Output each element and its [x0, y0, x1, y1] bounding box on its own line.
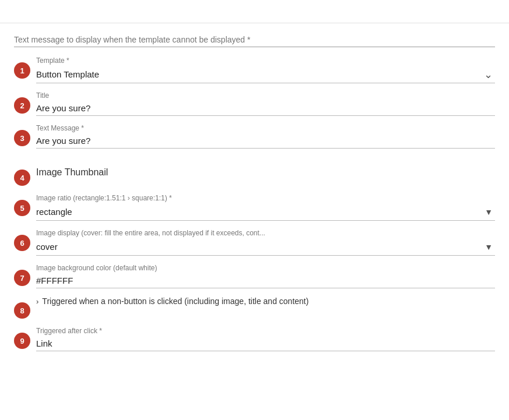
expand-row-8[interactable]: ›Triggered when a non-button is clicked … — [36, 297, 495, 306]
minimize-icon[interactable] — [30, 10, 35, 13]
field-row-5: 5Image ratio (rectangle:1.51:1 › square:… — [14, 194, 495, 221]
field-content-1: Template *Button TemplateConfirm Templat… — [36, 57, 495, 83]
field-content-2: Title — [36, 91, 495, 116]
step-number-6: 6 — [14, 235, 30, 251]
top-bar — [0, 0, 509, 23]
step-number-9: 9 — [14, 333, 30, 349]
field-row-9: 9Triggered after click * — [14, 327, 495, 351]
field-label-9: Triggered after click * — [36, 327, 495, 335]
select-5[interactable]: rectanglesquare — [36, 203, 495, 221]
field-label-6: Image display (cover: fill the entire ar… — [36, 229, 495, 237]
field-content-5: Image ratio (rectangle:1.51:1 › square:1… — [36, 194, 495, 221]
step-number-2: 2 — [14, 97, 30, 114]
field-row-7: 7Image background color (default white) — [14, 264, 495, 288]
chevron-icon[interactable] — [16, 10, 21, 13]
field-label-2: Title — [36, 91, 495, 100]
field-row-4: 4Image Thumbnail — [14, 164, 495, 186]
field-content-8: ›Triggered when a non-button is clicked … — [36, 297, 495, 306]
menu-icon[interactable] — [7, 10, 12, 13]
top-text-field — [14, 33, 495, 47]
field-row-8: 8›Triggered when a non-button is clicked… — [14, 297, 495, 319]
field-row-2: 2Title — [14, 91, 495, 116]
field-content-6: Image display (cover: fill the entire ar… — [36, 229, 495, 256]
chevron-right-icon: › — [36, 297, 38, 306]
field-row-3: 3Text Message * — [14, 124, 495, 149]
template-type-select[interactable]: Button TemplateConfirm TemplateImage Car… — [36, 66, 495, 83]
field-input-7[interactable] — [36, 273, 495, 288]
field-label-5: Image ratio (rectangle:1.51:1 › square:1… — [36, 194, 495, 202]
field-label-7: Image background color (default white) — [36, 264, 495, 272]
field-content-7: Image background color (default white) — [36, 264, 495, 288]
field-row-1: 1Template *Button TemplateConfirm Templa… — [14, 57, 495, 83]
step-number-3: 3 — [14, 130, 30, 146]
fields-container: 1Template *Button TemplateConfirm Templa… — [14, 57, 495, 351]
select-6[interactable]: covercontain — [36, 238, 495, 256]
field-content-3: Text Message * — [36, 124, 495, 149]
step-number-8: 8 — [14, 302, 30, 319]
field-input-2[interactable] — [36, 101, 495, 116]
step-number-5: 5 — [14, 200, 30, 216]
image-thumbnail-heading: Image Thumbnail — [36, 164, 495, 178]
step-number-7: 7 — [14, 270, 30, 286]
step-number-4: 4 — [14, 170, 30, 186]
field-input-3[interactable] — [36, 133, 495, 149]
field-label-3: Text Message * — [36, 124, 495, 132]
field-row-6: 6Image display (cover: fill the entire a… — [14, 229, 495, 256]
field-input-9[interactable] — [36, 336, 495, 351]
step-number-1: 1 — [14, 62, 30, 79]
template-fallback-text-input[interactable] — [14, 33, 495, 47]
content-area: 1Template *Button TemplateConfirm Templa… — [0, 23, 509, 369]
field-content-9: Triggered after click * — [36, 327, 495, 351]
expand-label: Triggered when a non-button is clicked (… — [42, 297, 308, 306]
field-label-1: Template * — [36, 57, 495, 65]
field-content-4: Image Thumbnail — [36, 164, 495, 178]
